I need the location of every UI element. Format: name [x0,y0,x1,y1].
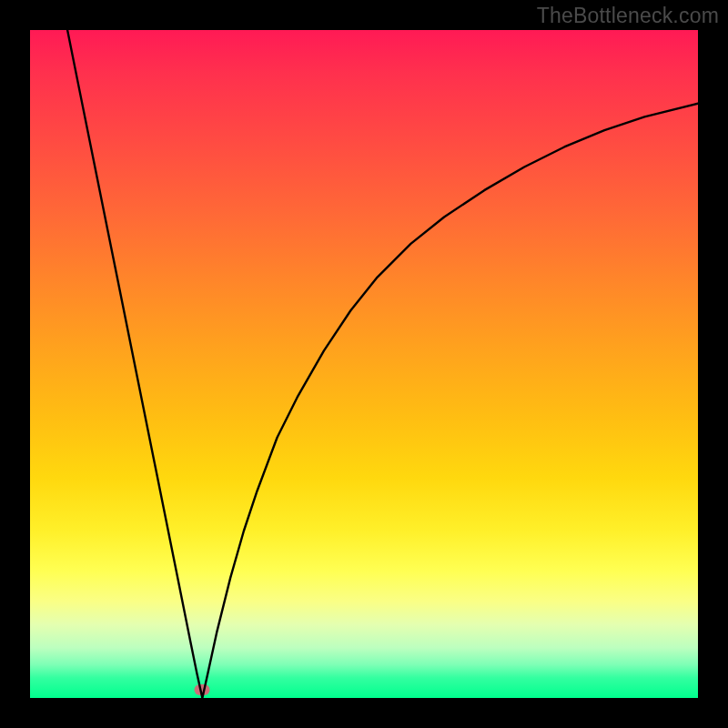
plot-area [30,30,698,698]
chart-frame: TheBottleneck.com [0,0,728,728]
bottleneck-curve [67,30,698,698]
curve-svg [30,30,698,698]
watermark-text: TheBottleneck.com [537,4,719,28]
